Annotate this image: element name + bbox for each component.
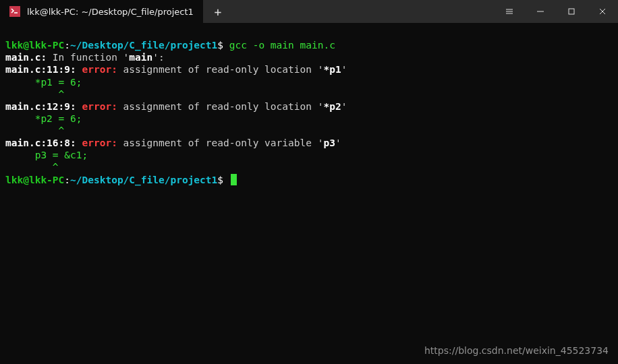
- command-text: gcc -o main main.c: [223, 40, 335, 51]
- err1-caret: ^: [5, 89, 64, 100]
- prompt-dollar: $: [217, 40, 223, 51]
- err2-code: *p2 = 6;: [5, 113, 82, 124]
- err1-loc: main.c:11:9:: [5, 64, 76, 75]
- cursor-block: [231, 174, 237, 185]
- err2-tag: error:: [76, 101, 117, 112]
- err2-loc: main.c:12:9:: [5, 101, 76, 112]
- err1-code: *p1 = 6;: [5, 77, 82, 88]
- err1-msg2: ': [341, 64, 347, 75]
- minimize-button[interactable]: [525, 0, 556, 23]
- intro-msg2: ':: [152, 52, 164, 63]
- err3-code: p3 = &c1;: [5, 150, 88, 160]
- prompt-path: ~/Desktop/C_file/project1: [70, 40, 217, 51]
- tab-title: lkk@lkk-PC: ~/Desktop/C_file/project1: [27, 7, 194, 17]
- prompt2-colon: :: [64, 175, 70, 185]
- err1-tag: error:: [76, 64, 117, 75]
- prompt-user: lkk@lkk-PC: [5, 40, 64, 51]
- close-button[interactable]: [587, 0, 618, 23]
- prompt2-dollar: $: [217, 175, 223, 185]
- intro-fn: main: [129, 52, 152, 63]
- titlebar-spacer: [233, 0, 494, 23]
- watermark-text: https://blog.csdn.net/weixin_45523734: [424, 345, 609, 356]
- err3-tag: error:: [76, 138, 117, 148]
- err3-msg2: ': [335, 138, 341, 148]
- terminal-tab[interactable]: lkk@lkk-PC: ~/Desktop/C_file/project1: [0, 0, 203, 23]
- plus-icon: +: [214, 5, 221, 19]
- svg-rect-0: [9, 6, 20, 17]
- titlebar: lkk@lkk-PC: ~/Desktop/C_file/project1 +: [0, 0, 618, 23]
- err1-hl: *p1: [323, 64, 341, 75]
- window-controls: [494, 0, 618, 23]
- maximize-button[interactable]: [556, 0, 587, 23]
- err2-caret: ^: [5, 125, 64, 136]
- terminal-icon: [9, 6, 20, 17]
- prompt2-path: ~/Desktop/C_file/project1: [70, 175, 217, 185]
- menu-button[interactable]: [494, 0, 525, 23]
- intro-msg: In function ': [47, 52, 129, 63]
- err3-loc: main.c:16:8:: [5, 138, 76, 148]
- intro-file: main.c:: [5, 52, 47, 63]
- err3-caret: ^: [5, 162, 59, 173]
- err2-msg: assignment of read-only location ': [117, 101, 324, 112]
- svg-rect-6: [569, 9, 574, 14]
- err3-msg: assignment of read-only variable ': [117, 138, 324, 148]
- terminal-output[interactable]: lkk@lkk-PC:~/Desktop/C_file/project1$ gc…: [0, 23, 618, 190]
- err3-hl: p3: [323, 138, 335, 148]
- err2-hl: *p2: [323, 101, 341, 112]
- prompt-colon: :: [64, 40, 70, 51]
- new-tab-button[interactable]: +: [203, 0, 233, 23]
- err1-msg: assignment of read-only location ': [117, 64, 324, 75]
- prompt2-user: lkk@lkk-PC: [5, 175, 64, 185]
- err2-msg2: ': [341, 101, 347, 112]
